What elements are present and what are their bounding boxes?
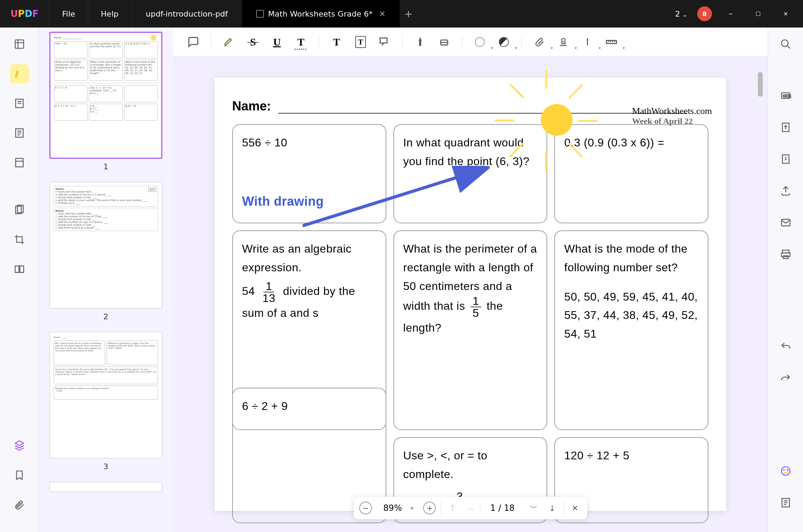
bookmark-button[interactable]: [10, 466, 29, 485]
svg-point-22: [781, 467, 790, 475]
search-button[interactable]: [776, 35, 795, 54]
svg-rect-8: [380, 38, 387, 43]
attachment-button[interactable]: [10, 495, 29, 514]
maximize-button[interactable]: ☐: [749, 7, 767, 21]
workspace: S U T T T: [173, 28, 768, 532]
question-box: 556 ÷ 10 With drawing: [232, 124, 386, 223]
tab-label: Math Worksheets Grade 6*: [268, 10, 373, 18]
page-indicator[interactable]: 1 / 18: [480, 503, 525, 513]
zoom-dropdown[interactable]: ▾: [411, 505, 421, 512]
document-page: MathWorksheets.com Week of April 22 Name…: [215, 78, 726, 511]
annotation-toolbar: S U T T T: [173, 28, 768, 56]
bookmarks-button[interactable]: [10, 94, 29, 113]
svg-point-13: [781, 40, 788, 47]
menu-file[interactable]: File: [49, 0, 88, 28]
add-tab-button[interactable]: +: [400, 0, 417, 28]
stamp-button[interactable]: [554, 32, 573, 52]
undo-button[interactable]: [776, 337, 795, 356]
ai-button[interactable]: [776, 461, 795, 480]
svg-text:OCR: OCR: [783, 94, 791, 98]
svg-point-23: [783, 469, 785, 471]
organize-button[interactable]: [10, 200, 29, 219]
document-icon: [256, 10, 264, 18]
document-viewport[interactable]: MathWorksheets.com Week of April 22 Name…: [173, 56, 768, 532]
zoom-out-button[interactable]: −: [359, 502, 372, 514]
avatar[interactable]: B: [697, 6, 712, 21]
question-box: 0.3 (0.9 (0.3 x 6)) =: [554, 124, 708, 223]
right-rail: OCR: [768, 28, 803, 532]
thumbnails-button[interactable]: [10, 35, 29, 54]
first-page-button[interactable]: ⤒: [443, 499, 462, 517]
close-icon[interactable]: ✕: [379, 10, 385, 18]
page-thumbnail-4[interactable]: [49, 482, 162, 492]
question-text: Write as an algebraic expression.: [242, 240, 376, 277]
form-button[interactable]: [10, 153, 29, 172]
callout-button[interactable]: [375, 32, 394, 52]
question-text: 50, 50, 49, 59, 45, 41, 40, 55, 37, 44, …: [564, 288, 699, 343]
annotation-label[interactable]: With drawing: [242, 191, 376, 212]
crop-button[interactable]: [10, 230, 29, 249]
pencil-button[interactable]: [410, 32, 430, 52]
brand-text: MathWorksheets.com: [632, 106, 712, 116]
next-page-button[interactable]: ﹀: [525, 499, 543, 517]
text-button[interactable]: T: [327, 32, 346, 52]
page-thumbnail-3[interactable]: Name: _____ Mrs. Garcia made 1/6 of a ga…: [49, 332, 162, 459]
tab-label: updf-introduction-pdf: [146, 10, 228, 18]
svg-rect-6: [15, 266, 19, 273]
email-button[interactable]: [776, 213, 795, 232]
compare-button[interactable]: [10, 260, 29, 279]
scroll-indicator[interactable]: [758, 72, 763, 97]
last-page-button[interactable]: ⤓: [543, 499, 561, 517]
textbox-button[interactable]: T: [351, 32, 370, 52]
svg-point-24: [786, 469, 788, 471]
question-text: What is the mode of the following number…: [564, 240, 699, 277]
chevron-down-icon: ⌄: [683, 11, 687, 18]
comment-tool-button[interactable]: [10, 64, 29, 83]
question-box: In what quadrant would you find the poin…: [393, 124, 548, 223]
titlebar: UPDF File Help updf-introduction-pdf Mat…: [0, 0, 803, 28]
close-statusbar-button[interactable]: ✕: [566, 499, 584, 517]
minimize-button[interactable]: ─: [722, 7, 739, 21]
question-box: What is the perimeter of a rectangle wit…: [393, 230, 548, 430]
notification-count[interactable]: 2 ⌄: [675, 10, 687, 18]
tabs: updf-introduction-pdf Math Worksheets Gr…: [132, 0, 675, 28]
name-line: [278, 103, 687, 114]
page-thumbnail-1[interactable]: Name: _______________ 556 ÷ 10In what qu…: [49, 32, 162, 159]
close-button[interactable]: ✕: [777, 7, 795, 21]
svg-rect-7: [20, 266, 24, 273]
svg-rect-3: [16, 158, 23, 167]
page-thumbnail-2[interactable]: Name: 629 ✏ Start with the number 629. ✏…: [49, 182, 162, 309]
menu-help[interactable]: Help: [88, 0, 132, 28]
sign-button[interactable]: [578, 32, 597, 52]
thumb-label-3: 3: [49, 462, 162, 471]
convert-button[interactable]: [776, 118, 795, 137]
tab-intro[interactable]: updf-introduction-pdf: [132, 0, 242, 28]
squiggly-button[interactable]: T: [291, 32, 311, 52]
shapes-filled-button[interactable]: [494, 32, 514, 52]
page-tool-button[interactable]: [10, 123, 29, 143]
compress-button[interactable]: [776, 150, 795, 169]
app-logo: UPDF: [0, 0, 49, 28]
week-text: Week of April 22: [632, 116, 712, 126]
status-bar: − 89% ▾ + ⤒ ︿ 1 / 18 ﹀ ⤓ ✕: [354, 497, 587, 519]
print-button[interactable]: [776, 245, 795, 264]
layers-button[interactable]: [10, 436, 29, 455]
zoom-in-button[interactable]: +: [423, 502, 436, 514]
eraser-button[interactable]: [434, 32, 454, 52]
attach-button[interactable]: [530, 32, 549, 52]
ruler-button[interactable]: [602, 32, 621, 52]
comment-button[interactable]: [183, 32, 203, 52]
shapes-button[interactable]: [470, 32, 490, 52]
strikethrough-button[interactable]: S: [243, 32, 263, 52]
tab-math[interactable]: Math Worksheets Grade 6* ✕: [242, 0, 400, 28]
redo-button[interactable]: [776, 369, 795, 388]
notes-button[interactable]: [776, 493, 795, 512]
underline-button[interactable]: U: [267, 32, 287, 52]
thumb-label-2: 2: [49, 312, 162, 321]
highlight-button[interactable]: [219, 32, 239, 52]
prev-page-button[interactable]: ︿: [462, 499, 480, 517]
ocr-button[interactable]: OCR: [776, 86, 795, 105]
share-button[interactable]: [776, 181, 795, 200]
svg-point-10: [562, 38, 565, 42]
thumb-label-1: 1: [49, 162, 162, 171]
